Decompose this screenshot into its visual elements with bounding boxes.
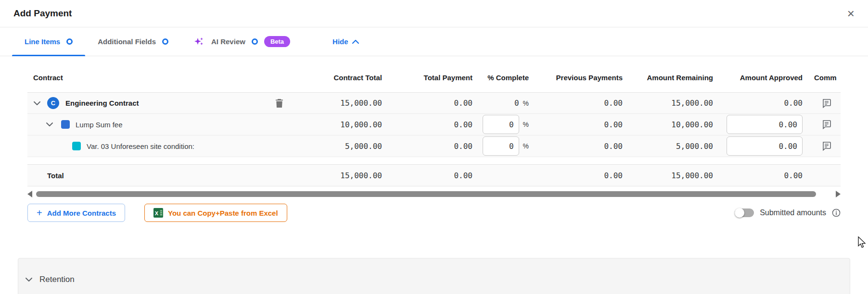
toggle-knob (735, 208, 744, 218)
cell-percent-complete: 0 (514, 98, 519, 108)
amount-approved-input[interactable] (727, 136, 803, 156)
svg-text:X: X (155, 210, 159, 216)
copy-paste-excel-button[interactable]: X You can Copy+Paste from Excel (144, 204, 287, 222)
copy-paste-excel-label: You can Copy+Paste from Excel (168, 209, 278, 217)
col-contract: Contract (27, 74, 287, 82)
tab-ai-review-label: AI Review (211, 37, 245, 46)
line-items-table: Contract Contract Total Total Payment % … (27, 69, 841, 186)
percent-sign: % (523, 142, 529, 150)
cell-previous-payments: 0.00 (529, 120, 623, 129)
hide-label: Hide (332, 37, 348, 46)
chevron-down-icon[interactable] (33, 101, 41, 106)
col-previous-payments: Previous Payments (529, 74, 623, 82)
submitted-amounts-group: Submitted amounts (735, 208, 841, 217)
beta-badge: Beta (264, 36, 290, 47)
table-row-cost-item: Lump Sum fee 10,000.00 0.00 % 0.00 10,00… (27, 114, 841, 135)
scroll-right-icon[interactable] (836, 191, 841, 197)
total-amount-remaining: 15,000.00 (623, 171, 713, 180)
add-more-contracts-button[interactable]: + Add More Contracts (27, 204, 125, 222)
contract-avatar: C (47, 97, 59, 109)
chevron-down-icon[interactable] (46, 122, 53, 127)
cell-total-payment: 0.00 (382, 142, 472, 151)
cell-contract-total: 5,000.00 (287, 142, 382, 151)
total-amount-approved: 0.00 (713, 171, 803, 180)
hide-toggle[interactable]: Hide (332, 37, 359, 46)
retention-section[interactable]: Retention (18, 258, 850, 294)
percent-complete-input[interactable] (483, 136, 519, 156)
add-more-contracts-label: Add More Contracts (47, 209, 116, 217)
circle-status-icon (162, 38, 168, 45)
sparkle-icon (193, 36, 205, 48)
table-total-row: Total 15,000.00 0.00 0.00 15,000.00 0.00 (27, 164, 841, 186)
tab-additional-fields-label: Additional Fields (98, 37, 156, 46)
retention-label: Retention (39, 275, 75, 284)
circle-status-icon (66, 38, 73, 45)
comment-icon[interactable] (822, 141, 831, 151)
cell-contract-total: 15,000.00 (287, 98, 382, 108)
variation-icon (72, 142, 81, 150)
table-header-row: Contract Contract Total Total Payment % … (27, 69, 841, 86)
plus-icon: + (37, 208, 42, 218)
cell-total-payment: 0.00 (382, 120, 472, 129)
actions-row: + Add More Contracts X You can Copy+Past… (27, 204, 841, 222)
scrollbar-thumb[interactable] (36, 191, 816, 197)
scrollbar-track[interactable] (36, 191, 832, 197)
tabs-bar: Line Items Additional Fields AI Review B… (0, 27, 868, 56)
col-comments: Comm (803, 74, 841, 82)
horizontal-scrollbar (27, 191, 841, 197)
chevron-up-icon (352, 39, 359, 44)
modal-header: Add Payment × (0, 0, 868, 27)
close-icon[interactable]: × (847, 7, 855, 20)
info-icon[interactable] (832, 208, 841, 217)
comment-icon[interactable] (822, 120, 831, 129)
tab-line-items[interactable]: Line Items (12, 27, 85, 56)
mouse-cursor (857, 236, 868, 251)
trash-icon[interactable] (275, 98, 283, 108)
circle-status-icon (252, 38, 258, 45)
cell-amount-remaining: 5,000.00 (623, 142, 713, 151)
submitted-amounts-label: Submitted amounts (760, 208, 826, 217)
total-label: Total (27, 172, 287, 180)
cell-amount-remaining: 15,000.00 (623, 98, 713, 108)
col-percent-complete: % Complete (472, 74, 529, 82)
comment-icon[interactable] (822, 98, 831, 108)
cell-previous-payments: 0.00 (529, 142, 623, 151)
variation-name: Var. 03 Unforeseen site condition: (87, 142, 194, 150)
col-contract-total: Contract Total (287, 74, 382, 82)
percent-sign: % (523, 99, 529, 107)
chevron-down-icon (25, 277, 33, 282)
cell-total-payment: 0.00 (382, 98, 472, 108)
cost-item-icon (61, 120, 70, 129)
amount-approved-input[interactable] (727, 115, 803, 134)
total-total-payment: 0.00 (382, 171, 472, 180)
cost-item-name: Lump Sum fee (76, 121, 123, 129)
percent-sign: % (523, 121, 529, 128)
cell-previous-payments: 0.00 (529, 98, 623, 108)
page-title: Add Payment (13, 8, 72, 19)
col-amount-approved: Amount Approved (713, 74, 803, 82)
table-row-contract: C Engineering Contract 15,000.00 0.00 0 … (27, 92, 841, 114)
cell-amount-remaining: 10,000.00 (623, 120, 713, 129)
contract-name: Engineering Contract (65, 99, 139, 107)
scroll-left-icon[interactable] (27, 191, 32, 197)
cell-amount-approved: 0.00 (713, 98, 803, 108)
tab-additional-fields[interactable]: Additional Fields (85, 27, 181, 56)
table-row-variation: Var. 03 Unforeseen site condition: 5,000… (27, 135, 841, 157)
col-total-payment: Total Payment (382, 74, 472, 82)
submitted-amounts-toggle[interactable] (735, 208, 754, 217)
excel-icon: X (153, 208, 163, 218)
tab-ai-review[interactable]: AI Review Beta (181, 27, 303, 56)
percent-complete-input[interactable] (483, 115, 519, 134)
cell-contract-total: 10,000.00 (287, 120, 382, 129)
tab-line-items-label: Line Items (25, 37, 60, 46)
total-contract-total: 15,000.00 (287, 171, 382, 180)
total-previous-payments: 0.00 (529, 171, 623, 180)
col-amount-remaining: Amount Remaining (623, 74, 713, 82)
